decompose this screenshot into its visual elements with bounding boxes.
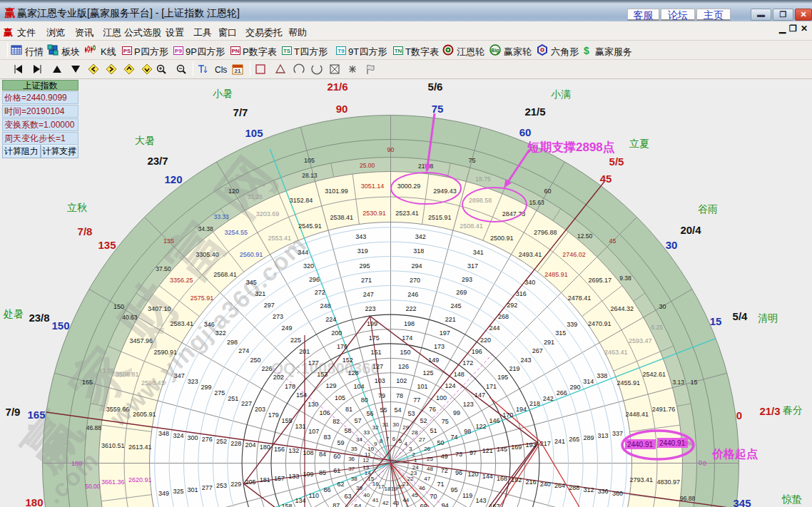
svg-text:63: 63 xyxy=(344,493,351,500)
svg-text:3305.40: 3305.40 xyxy=(196,251,219,258)
svg-text:3356.25: 3356.25 xyxy=(170,277,193,284)
svg-text:266: 266 xyxy=(557,389,567,396)
svg-text:51: 51 xyxy=(430,427,437,434)
svg-text:312: 312 xyxy=(583,486,594,493)
svg-text:37.50: 37.50 xyxy=(156,265,171,272)
svg-text:120: 120 xyxy=(164,173,182,185)
svg-text:200: 200 xyxy=(331,329,342,337)
svg-text:48: 48 xyxy=(427,466,433,472)
svg-text:338: 338 xyxy=(597,372,607,379)
svg-text:120: 120 xyxy=(228,188,239,195)
svg-text:348: 348 xyxy=(158,430,169,437)
svg-text:272: 272 xyxy=(315,289,325,296)
svg-text:269: 269 xyxy=(456,289,467,296)
svg-text:78: 78 xyxy=(396,392,403,399)
svg-text:96.88: 96.88 xyxy=(680,495,696,502)
svg-text:347: 347 xyxy=(174,372,185,379)
svg-text:158: 158 xyxy=(282,503,293,507)
svg-text:3661.36: 3661.36 xyxy=(101,478,125,486)
svg-text:2898.58: 2898.58 xyxy=(469,197,492,204)
svg-text:0: 0 xyxy=(736,409,742,421)
svg-text:55: 55 xyxy=(380,406,387,414)
svg-text:342: 342 xyxy=(415,233,426,240)
svg-text:87: 87 xyxy=(333,502,340,507)
svg-text:290: 290 xyxy=(569,384,580,391)
svg-text:3457.96: 3457.96 xyxy=(129,337,153,344)
svg-text:40: 40 xyxy=(363,492,370,498)
svg-text:2508.41: 2508.41 xyxy=(460,222,483,230)
svg-text:325: 325 xyxy=(173,488,183,495)
svg-text:265: 265 xyxy=(569,436,579,443)
svg-text:0: 0 xyxy=(699,459,702,466)
svg-text:220: 220 xyxy=(480,337,491,344)
svg-text:175: 175 xyxy=(369,334,380,342)
svg-text:293: 293 xyxy=(462,276,472,283)
svg-text:5/4: 5/4 xyxy=(733,310,748,322)
svg-text:324: 324 xyxy=(173,432,183,439)
svg-text:76: 76 xyxy=(429,406,436,413)
svg-text:243: 243 xyxy=(521,357,532,364)
svg-text:316: 316 xyxy=(516,290,527,297)
svg-text:春分: 春分 xyxy=(783,404,803,416)
svg-text:20/4: 20/4 xyxy=(680,224,701,236)
svg-text:2553.41: 2553.41 xyxy=(268,235,292,242)
svg-text:95: 95 xyxy=(450,486,457,493)
svg-text:69: 69 xyxy=(420,503,427,507)
svg-text:56: 56 xyxy=(366,410,373,417)
svg-text:225: 225 xyxy=(290,337,301,344)
svg-text:9.38: 9.38 xyxy=(619,275,631,282)
svg-text:21: 21 xyxy=(235,68,241,74)
svg-text:73: 73 xyxy=(455,451,462,458)
svg-text:64: 64 xyxy=(354,503,361,507)
svg-text:123: 123 xyxy=(463,401,474,408)
svg-text:270: 270 xyxy=(410,277,420,284)
svg-text:245: 245 xyxy=(450,302,461,309)
svg-text:18: 18 xyxy=(384,486,390,492)
svg-text:292: 292 xyxy=(507,302,517,309)
svg-text:7/9: 7/9 xyxy=(6,406,21,418)
svg-text:314: 314 xyxy=(583,378,594,385)
svg-text:2478.41: 2478.41 xyxy=(568,295,592,302)
svg-text:60: 60 xyxy=(544,188,551,195)
svg-text:44: 44 xyxy=(402,497,409,503)
svg-text:3101.99: 3101.99 xyxy=(325,188,348,195)
svg-text:2470.91: 2470.91 xyxy=(588,320,611,327)
svg-text:13: 13 xyxy=(362,464,369,471)
svg-text:2605.91: 2605.91 xyxy=(133,411,156,418)
svg-text:195: 195 xyxy=(497,374,508,381)
svg-text:39: 39 xyxy=(356,485,362,491)
svg-text:153: 153 xyxy=(317,371,328,378)
svg-text:2448.41: 2448.41 xyxy=(625,411,649,418)
svg-text:81: 81 xyxy=(345,406,352,413)
svg-text:短期支撑2898点: 短期支撑2898点 xyxy=(527,140,615,154)
svg-text:53: 53 xyxy=(407,410,415,417)
svg-text:199: 199 xyxy=(367,320,377,327)
svg-text:3: 3 xyxy=(409,446,412,452)
svg-text:198: 198 xyxy=(404,320,415,327)
svg-text:45: 45 xyxy=(609,237,616,245)
svg-text:3610.51: 3610.51 xyxy=(101,442,125,449)
svg-text:298: 298 xyxy=(227,339,238,346)
svg-text:252: 252 xyxy=(216,438,227,445)
svg-text:30: 30 xyxy=(392,421,399,428)
svg-text:101: 101 xyxy=(417,383,428,390)
svg-text:196: 196 xyxy=(472,348,482,355)
svg-text:119: 119 xyxy=(462,492,472,499)
svg-text:294: 294 xyxy=(411,262,422,270)
svg-text:217: 217 xyxy=(540,440,551,447)
svg-text:清明: 清明 xyxy=(758,312,778,324)
svg-text:339: 339 xyxy=(567,321,577,328)
svg-text:318: 318 xyxy=(413,247,424,255)
svg-text:34: 34 xyxy=(356,436,362,443)
svg-text:8: 8 xyxy=(380,438,383,444)
svg-text:2530.91: 2530.91 xyxy=(362,210,386,217)
svg-text:301: 301 xyxy=(188,486,198,493)
svg-text:41: 41 xyxy=(372,497,379,503)
svg-text:264: 264 xyxy=(554,482,565,489)
svg-text:77: 77 xyxy=(413,396,420,404)
svg-text:219: 219 xyxy=(509,365,519,372)
svg-text:300: 300 xyxy=(188,434,198,441)
svg-text:109: 109 xyxy=(303,471,313,478)
svg-text:345: 345 xyxy=(246,279,257,286)
svg-text:30: 30 xyxy=(666,239,678,251)
